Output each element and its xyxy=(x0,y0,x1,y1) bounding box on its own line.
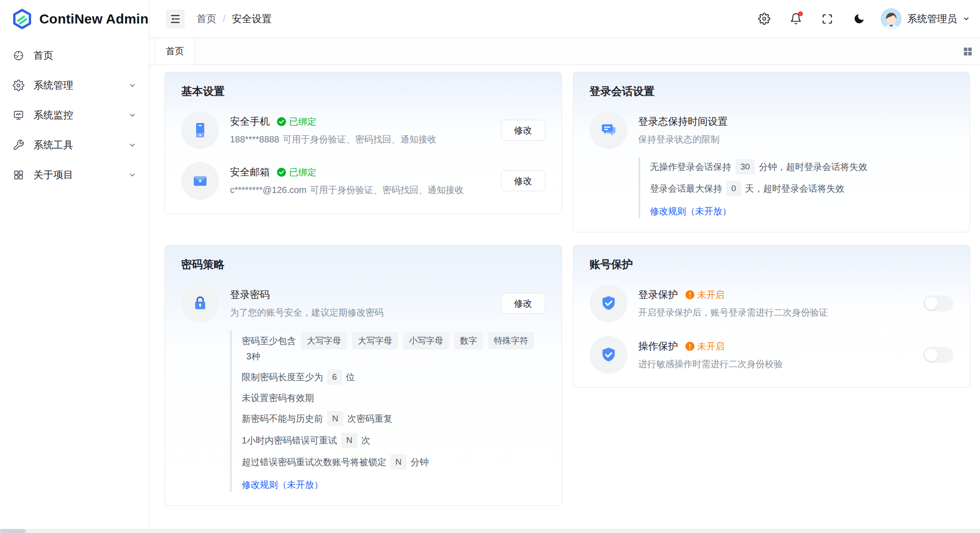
card-account-protection: 账号保护 登录保护 xyxy=(573,245,971,388)
rule-text: 密码至少包含 xyxy=(242,334,296,348)
session-keep-info: 登录态保持时间设置 保持登录状态的限制 xyxy=(638,115,954,146)
session-rule-max: 登录会话最大保持 0 天，超时登录会话将失效 xyxy=(650,181,954,196)
sidebar-item-system-management[interactable]: 系统管理 xyxy=(5,72,144,99)
horizontal-scrollbar-thumb[interactable] xyxy=(0,529,26,533)
chevron-down-icon xyxy=(128,111,136,119)
chevron-down-icon xyxy=(128,81,136,90)
history-count-chip: N xyxy=(327,411,343,426)
security-email-desc: c********@126.com可用于身份验证、密码找回、通知接收 xyxy=(230,184,490,196)
email-value: c********@126.com xyxy=(230,185,306,195)
operation-protection-info: 操作保护 未开启 进行敏感操作时需进行二次身份校验 xyxy=(638,340,913,370)
top-header: 首页 / 安全设置 xyxy=(150,0,980,38)
idle-minutes-chip: 30 xyxy=(736,159,755,175)
password-kind-tag: 特殊字符 xyxy=(488,332,534,349)
fullscreen-icon[interactable] xyxy=(817,9,837,29)
password-rule-contain: 密码至少包含 大写字母 大写字母 小写字母 数字 特殊字符 3种 xyxy=(242,332,545,363)
sidebar-item-system-monitor[interactable]: 系统监控 xyxy=(5,102,144,128)
card-session-settings: 登录会话设置 xyxy=(573,72,971,232)
operation-protection-toggle[interactable] xyxy=(923,347,953,363)
shield-check-icon xyxy=(590,284,628,322)
dashboard-icon xyxy=(13,50,24,61)
rule-text: 分钟，超时登录会话将失效 xyxy=(759,160,867,174)
session-modify-rule-link[interactable]: 修改规则（未开放） xyxy=(650,205,731,217)
sidebar-item-label: 系统工具 xyxy=(33,138,73,152)
max-days-chip: 0 xyxy=(727,181,741,196)
password-rule-lock: 超过错误密码重试次数账号将被锁定 N 分钟 xyxy=(242,454,545,470)
tab-home[interactable]: 首页 xyxy=(155,38,195,65)
retry-count-chip: N xyxy=(341,433,357,448)
not-enabled-badge: 未开启 xyxy=(685,289,725,301)
notification-bell-icon[interactable] xyxy=(786,9,806,29)
operation-protection-title: 操作保护 xyxy=(638,340,678,353)
password-kind-tag: 数字 xyxy=(454,332,483,349)
session-rules: 无操作登录会话保持 30 分钟，超时登录会话将失效 登录会话最大保持 0 天，超… xyxy=(638,157,954,218)
login-protection-toggle[interactable] xyxy=(923,295,953,311)
rule-text: 3种 xyxy=(246,349,260,363)
rule-text: 未设置密码有效期 xyxy=(242,391,314,405)
security-phone-info: 安全手机 已绑定 188****8888可用于身份验证、密码找回、通知接收 xyxy=(230,115,490,146)
rule-text: 登录会话最大保持 xyxy=(650,182,722,195)
tab-bar: 首页 xyxy=(150,38,980,65)
rule-text: 分钟 xyxy=(411,455,429,469)
notification-badge-dot xyxy=(798,11,803,16)
logo-hexagon-icon xyxy=(12,9,33,29)
modify-phone-button[interactable]: 修改 xyxy=(501,120,545,141)
login-password-info: 登录密码 为了您的账号安全，建议定期修改密码 xyxy=(230,288,490,319)
rule-text: 新密码不能与历史前 xyxy=(242,412,323,425)
login-password-title: 登录密码 xyxy=(230,288,270,302)
sidebar-menu: 首页 系统管理 xyxy=(0,42,149,188)
bound-status-badge: 已绑定 xyxy=(277,116,316,128)
sidebar-item-system-tools[interactable]: 系统工具 xyxy=(5,132,144,158)
not-enabled-text: 未开启 xyxy=(698,289,725,301)
email-desc-text: 可用于身份验证、密码找回、通知接收 xyxy=(310,185,464,195)
session-keep-title: 登录态保持时间设置 xyxy=(638,115,728,128)
shield-check-icon xyxy=(590,336,628,374)
tab-grid-icon[interactable] xyxy=(962,46,973,57)
rule-text: 天，超时登录会话将失效 xyxy=(745,182,844,195)
password-rule-length: 限制密码长度至少为 6 位 xyxy=(242,369,545,385)
login-password-desc: 为了您的账号安全，建议定期修改密码 xyxy=(230,307,490,319)
password-kind-tag: 大写字母 xyxy=(301,332,347,349)
phone-desc-text: 可用于身份验证、密码找回、通知接收 xyxy=(283,134,436,144)
user-menu[interactable]: 系统管理员 xyxy=(881,8,970,29)
login-password-row: 登录密码 为了您的账号安全，建议定期修改密码 修改 xyxy=(181,284,545,322)
sidebar-item-label: 系统管理 xyxy=(33,79,73,92)
card-title: 登录会话设置 xyxy=(590,84,954,99)
bound-status-text: 已绑定 xyxy=(289,166,316,179)
breadcrumb-current: 安全设置 xyxy=(232,12,272,26)
dark-mode-moon-icon[interactable] xyxy=(849,9,869,29)
sidebar-item-home[interactable]: 首页 xyxy=(5,42,144,69)
security-phone-title: 安全手机 xyxy=(230,115,270,128)
rule-text: 超过错误密码重试次数账号将被锁定 xyxy=(242,455,386,469)
cards-grid: 基本设置 安全手机 xyxy=(164,72,970,506)
header-actions: 系统管理员 xyxy=(754,8,970,29)
settings-icon[interactable] xyxy=(754,9,774,29)
password-rule-retry: 1小时内密码错误可重试 N 次 xyxy=(242,433,545,448)
session-keep-desc: 保持登录状态的限制 xyxy=(638,133,954,146)
user-name: 系统管理员 xyxy=(907,12,957,26)
breadcrumb-home[interactable]: 首页 xyxy=(197,12,216,26)
breadcrumb: 首页 / 安全设置 xyxy=(197,12,272,26)
sidebar-collapse-button[interactable] xyxy=(166,9,185,28)
password-modify-rule-link[interactable]: 修改规则（未开放） xyxy=(242,479,323,491)
breadcrumb-separator: / xyxy=(223,13,225,25)
logo: ContiNew Admin xyxy=(0,0,149,38)
card-title: 密码策略 xyxy=(181,257,545,272)
modify-password-button[interactable]: 修改 xyxy=(501,293,545,314)
password-rules: 密码至少包含 大写字母 大写字母 小写字母 数字 特殊字符 3种 限制密码长度至… xyxy=(230,330,545,492)
sidebar-item-about-project[interactable]: 关于项目 xyxy=(5,162,144,188)
not-enabled-badge: 未开启 xyxy=(685,340,725,353)
app-title: ContiNew Admin xyxy=(39,11,149,27)
login-protection-info: 登录保护 未开启 开启登录保护后，账号登录需进行二次身份验证 xyxy=(638,288,913,319)
monitor-icon xyxy=(13,109,24,121)
security-phone-desc: 188****8888可用于身份验证、密码找回、通知接收 xyxy=(230,133,490,146)
password-kind-tag: 大写字母 xyxy=(352,332,398,349)
rule-text: 次 xyxy=(361,434,370,447)
page-content: 基本设置 安全手机 xyxy=(150,65,980,533)
chat-bubbles-icon xyxy=(590,111,628,149)
modify-email-button[interactable]: 修改 xyxy=(501,170,545,191)
tab-home-label: 首页 xyxy=(166,45,184,57)
login-protection-title: 登录保护 xyxy=(638,288,678,302)
chevron-down-icon xyxy=(962,15,970,23)
gear-icon xyxy=(13,80,24,91)
